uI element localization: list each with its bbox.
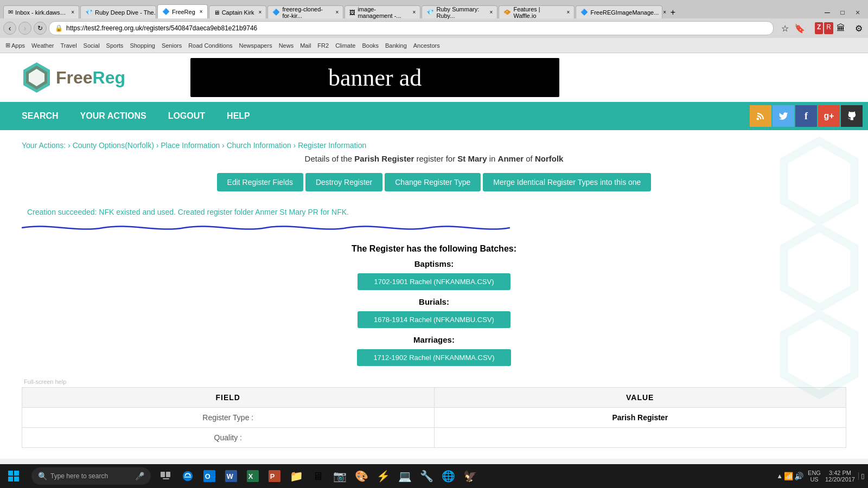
new-tab-button[interactable]: +: [666, 7, 680, 18]
browser-tab-ruby2[interactable]: 💎 Ruby Summary: Ruby... ×: [422, 5, 497, 18]
batches-section: The Register has the following Batches: …: [22, 244, 846, 368]
taskbar-icon-app9[interactable]: 🎨: [350, 465, 372, 487]
merge-register-types-button[interactable]: Merge Identical Register Types into this…: [483, 173, 651, 191]
browser-tab-freereg2[interactable]: 🔷 freereg-cloned-for-kir... ×: [267, 5, 343, 18]
action-buttons: Edit Register Fields Destroy Register Ch…: [22, 173, 846, 191]
tab-label: image-management -...: [358, 6, 408, 19]
extension-icon-3[interactable]: 🏛: [834, 22, 847, 34]
nav-your-actions[interactable]: YOUR ACTIONS: [80, 111, 146, 121]
taskbar-icon-app7[interactable]: 🖥: [307, 465, 329, 487]
bookmark-fr2[interactable]: FR2: [315, 42, 331, 49]
taskbar-icon-app5[interactable]: P: [264, 465, 285, 487]
svg-point-14: [183, 471, 193, 481]
taskbar-icon-app4[interactable]: X: [242, 465, 264, 487]
browser-tab-freereg[interactable]: 🔷 FreeReg ×: [157, 4, 208, 18]
chevron-up-icon[interactable]: ▲: [776, 472, 783, 480]
tab-icon: ✉: [8, 9, 13, 16]
close-icon[interactable]: ×: [71, 9, 74, 15]
nav-help[interactable]: HELP: [227, 111, 250, 121]
svg-rect-7: [8, 471, 13, 476]
taskbar-icon-app14[interactable]: 🦅: [459, 465, 481, 487]
star-icon[interactable]: ☆: [779, 22, 791, 35]
breadcrumb-place[interactable]: Place Information ›: [161, 141, 225, 150]
taskbar-icon-app10[interactable]: ⚡: [372, 465, 394, 487]
bookmark-news[interactable]: News: [277, 42, 296, 49]
bookmark-travel[interactable]: Travel: [58, 42, 79, 49]
bookmark-books[interactable]: Books: [360, 42, 381, 49]
bookmark-banking[interactable]: Banking: [383, 42, 409, 49]
show-desktop-button[interactable]: ▯: [858, 472, 865, 480]
taskbar-search[interactable]: 🔍 Type here to search 🎤: [31, 467, 151, 485]
close-icon[interactable]: ×: [259, 9, 262, 15]
browser-tab-inbox[interactable]: ✉ Inbox - kirk.dawson.bc... ×: [3, 5, 79, 18]
bookmark-weather[interactable]: Weather: [29, 42, 56, 49]
bookmark-icon[interactable]: 🔖: [792, 22, 807, 35]
browser-tab-waffle[interactable]: 🧇 Features | Waffle.io ×: [499, 5, 575, 18]
twitter-icon[interactable]: [773, 105, 794, 127]
close-icon[interactable]: ×: [200, 9, 203, 15]
extension-icon-2[interactable]: R: [824, 22, 833, 34]
close-icon[interactable]: ×: [490, 9, 493, 15]
baptisms-batch-button[interactable]: 1702-1901 Rachel (NFKANMBA.CSV): [358, 273, 510, 290]
minimize-button[interactable]: ─: [820, 7, 834, 18]
reload-button[interactable]: ↻: [34, 22, 47, 35]
burials-batch-button[interactable]: 1678-1914 Rachel (NFKANMBU.CSV): [358, 311, 510, 328]
volume-icon[interactable]: 🔊: [794, 472, 803, 480]
breadcrumb-register[interactable]: Register Information: [298, 141, 366, 150]
facebook-icon[interactable]: f: [795, 105, 817, 127]
bookmark-mail[interactable]: Mail: [298, 42, 313, 49]
close-icon[interactable]: ×: [336, 9, 339, 15]
nav-logout[interactable]: LOGOUT: [168, 111, 205, 121]
taskbar-icon-word[interactable]: W: [220, 465, 242, 487]
bookmarks-bar: ⊞ Apps Weather Travel Social Sports Shop…: [0, 38, 868, 53]
svg-rect-11: [161, 472, 165, 477]
taskbar-icon-app12[interactable]: 🔧: [416, 465, 437, 487]
browser-tab-ruby[interactable]: 💎 Ruby Deep Dive - The... ×: [80, 5, 156, 18]
nav-search[interactable]: SEARCH: [22, 111, 59, 121]
close-window-button[interactable]: ×: [851, 7, 865, 18]
taskbar-icon-outlook[interactable]: O: [199, 465, 220, 487]
taskbar-icon-app6[interactable]: 📁: [285, 465, 307, 487]
bookmark-road[interactable]: Road Conditions: [186, 42, 234, 49]
browser-tab-image[interactable]: 🖼 image-management -... ×: [344, 5, 420, 18]
google-icon[interactable]: g+: [818, 105, 840, 127]
bookmark-newspapers[interactable]: Newspapers: [237, 42, 275, 49]
browser-tab-freereg3[interactable]: 🔷 FreeREGImageManage... ×: [576, 5, 662, 18]
marriages-batch-button[interactable]: 1712-1902 Rachel (NFKANMMA.CSV): [357, 349, 510, 366]
breadcrumb-church[interactable]: Church Information ›: [227, 141, 296, 150]
destroy-register-button[interactable]: Destroy Register: [305, 173, 382, 191]
logo[interactable]: FreeReg: [22, 61, 125, 94]
bookmark-apps[interactable]: ⊞ Apps: [3, 41, 27, 49]
close-icon[interactable]: ×: [567, 9, 570, 15]
rss-icon[interactable]: [750, 105, 771, 127]
bookmark-ancestors[interactable]: Ancestors: [411, 42, 442, 49]
bookmark-climate[interactable]: Climate: [333, 42, 358, 49]
breadcrumb-your-actions[interactable]: Your Actions: ›: [22, 141, 71, 150]
change-register-type-button[interactable]: Change Register Type: [385, 173, 481, 191]
maximize-button[interactable]: □: [835, 7, 850, 18]
edit-register-fields-button[interactable]: Edit Register Fields: [217, 173, 303, 191]
task-view[interactable]: [155, 464, 177, 488]
clock[interactable]: 3:42 PM 12/20/2017: [825, 470, 855, 483]
taskbar-icon-app11[interactable]: 💻: [394, 465, 416, 487]
browser-tab-captain[interactable]: 🖥 Captain Kirk ×: [209, 5, 267, 18]
taskbar-icon-edge[interactable]: [177, 465, 199, 487]
taskbar-icon-chrome[interactable]: 🌐: [437, 465, 459, 487]
bookmark-social[interactable]: Social: [81, 42, 102, 49]
url-input[interactable]: [66, 24, 768, 32]
extension-icon-1[interactable]: Z: [815, 22, 823, 34]
svg-text:O: O: [205, 472, 210, 480]
taskbar-icon-app8[interactable]: 📷: [329, 465, 350, 487]
forward-button[interactable]: ›: [18, 22, 31, 35]
close-icon[interactable]: ×: [413, 9, 416, 15]
bookmark-shopping[interactable]: Shopping: [127, 42, 157, 49]
mic-icon[interactable]: 🎤: [135, 472, 144, 480]
bookmark-sports[interactable]: Sports: [104, 42, 126, 49]
github-icon[interactable]: [841, 105, 863, 127]
bookmark-seniors[interactable]: Seniors: [159, 42, 184, 49]
back-button[interactable]: ‹: [3, 22, 16, 35]
network-icon[interactable]: 📶: [784, 472, 793, 480]
breadcrumb-county[interactable]: County Options(Norfolk) ›: [73, 141, 159, 150]
settings-icon[interactable]: ⚙: [853, 22, 865, 35]
windows-start[interactable]: [0, 464, 27, 488]
